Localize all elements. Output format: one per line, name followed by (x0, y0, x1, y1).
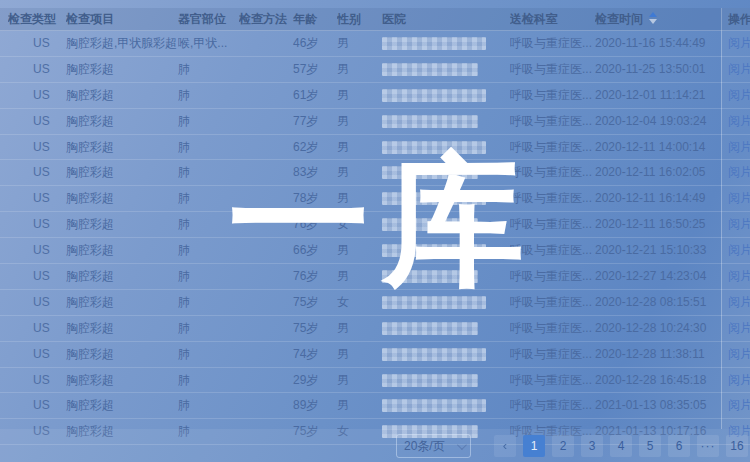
exam-time-cell: 2020-12-11 16:14:49 (595, 186, 721, 211)
exam-type-cell: US (8, 109, 66, 134)
hospital-cell (382, 57, 510, 82)
exam-item-cell: 胸腔彩超 (66, 290, 178, 315)
sort-caret-down-icon[interactable] (649, 19, 657, 24)
table-row: US胸腔彩超肺75岁男呼吸与重症医...2020-12-28 10:24:30阅… (0, 316, 750, 342)
department-cell: 呼吸与重症医... (510, 368, 595, 393)
organ-cell: 肺 (178, 342, 238, 367)
hospital-cell (382, 31, 510, 56)
hospital-redacted-blur (382, 348, 486, 361)
department-cell: 呼吸与重症医... (510, 160, 595, 185)
exam-time-cell: 2020-12-04 19:03:24 (595, 109, 721, 134)
exam-type-cell: US (8, 135, 66, 160)
page-ellipsis[interactable]: ··· (697, 435, 719, 457)
hospital-cell (382, 160, 510, 185)
page-button-6[interactable]: 6 (668, 435, 690, 457)
page-size-select[interactable]: 20条/页 (396, 434, 471, 458)
method-cell (239, 290, 293, 315)
method-cell (239, 316, 293, 341)
organ-cell: 肺 (178, 368, 238, 393)
study-table: 检查类型 检查项目 器官部位 检查方法 年龄 性别 医院 送检科室 检查时间 操… (0, 8, 750, 429)
pagination-pages: 123456···16 (516, 435, 748, 457)
page-button-3[interactable]: 3 (581, 435, 603, 457)
exam-time-cell: 2020-12-28 16:45:18 (595, 368, 721, 393)
age-cell: 75岁 (293, 316, 337, 341)
exam-type-cell: US (8, 393, 66, 418)
gender-cell: 男 (337, 186, 381, 211)
view-image-link[interactable]: 阅片 (728, 347, 750, 361)
view-image-link[interactable]: 阅片 (728, 321, 750, 335)
organ-cell: 肺 (178, 109, 238, 134)
column-header-exam-time[interactable]: 检查时间 (595, 8, 721, 30)
gender-cell: 男 (337, 264, 381, 289)
hospital-redacted-blur (382, 296, 486, 309)
exam-item-cell: 胸腔彩超 (66, 186, 178, 211)
age-cell: 89岁 (293, 393, 337, 418)
age-cell: 76岁 (293, 212, 337, 237)
view-image-link[interactable]: 阅片 (728, 191, 750, 205)
page-button-1[interactable]: 1 (523, 435, 545, 457)
exam-time-cell: 2020-12-27 14:23:04 (595, 264, 721, 289)
exam-type-cell: US (8, 186, 66, 211)
exam-time-cell: 2020-12-21 15:10:33 (595, 238, 721, 263)
view-image-link[interactable]: 阅片 (728, 373, 750, 387)
operation-cell: 阅片 (728, 186, 750, 211)
view-image-link[interactable]: 阅片 (728, 398, 750, 412)
view-image-link[interactable]: 阅片 (728, 243, 750, 257)
gender-cell: 女 (337, 290, 381, 315)
sort-caret-up-icon[interactable] (649, 12, 657, 17)
table-row: US胸腔彩超肺77岁男呼吸与重症医...2020-12-04 19:03:24阅… (0, 109, 750, 135)
hospital-redacted-blur (382, 63, 478, 76)
age-cell: 62岁 (293, 135, 337, 160)
organ-cell: 肺 (178, 135, 238, 160)
prev-page-button[interactable]: ‹ (494, 435, 516, 457)
age-cell: 83岁 (293, 160, 337, 185)
view-image-link[interactable]: 阅片 (728, 36, 750, 50)
exam-time-cell: 2020-12-28 11:38:11 (595, 342, 721, 367)
exam-item-cell: 胸腔彩超 (66, 342, 178, 367)
exam-type-cell: US (8, 160, 66, 185)
page-button-5[interactable]: 5 (639, 435, 661, 457)
organ-cell: 肺 (178, 212, 238, 237)
view-image-link[interactable]: 阅片 (728, 62, 750, 76)
sort-carets[interactable] (647, 11, 657, 25)
exam-type-cell: US (8, 264, 66, 289)
column-header-age: 年龄 (293, 8, 337, 30)
table-row: US胸腔彩超肺66岁男呼吸与重症医...2020-12-21 15:10:33阅… (0, 238, 750, 264)
view-image-link[interactable]: 阅片 (728, 165, 750, 179)
hospital-redacted-blur (382, 37, 486, 50)
exam-type-cell: US (8, 342, 66, 367)
operation-cell: 阅片 (728, 31, 750, 56)
exam-time-cell: 2020-12-11 14:00:14 (595, 135, 721, 160)
gender-cell: 男 (337, 83, 381, 108)
page-size-value: 20条/页 (404, 439, 445, 453)
hospital-redacted-blur (382, 192, 486, 205)
view-image-link[interactable]: 阅片 (728, 269, 750, 283)
exam-type-cell: US (8, 212, 66, 237)
hospital-cell (382, 393, 510, 418)
page-button-16[interactable]: 16 (726, 435, 748, 457)
view-image-link[interactable]: 阅片 (728, 295, 750, 309)
method-cell (239, 109, 293, 134)
view-image-link[interactable]: 阅片 (728, 114, 750, 128)
method-cell (239, 135, 293, 160)
department-cell: 呼吸与重症医... (510, 264, 595, 289)
table-row: US胸腔彩超肺76岁女呼吸与重症医...2020-12-11 16:50:25阅… (0, 212, 750, 238)
department-cell: 呼吸与重症医... (510, 290, 595, 315)
method-cell (239, 264, 293, 289)
view-image-link[interactable]: 阅片 (728, 217, 750, 231)
operation-cell: 阅片 (728, 212, 750, 237)
view-image-link[interactable]: 阅片 (728, 88, 750, 102)
age-cell: 78岁 (293, 186, 337, 211)
exam-time-cell: 2020-12-01 11:14:21 (595, 83, 721, 108)
view-image-link[interactable]: 阅片 (728, 140, 750, 154)
page-button-4[interactable]: 4 (610, 435, 632, 457)
hospital-cell (382, 264, 510, 289)
hospital-redacted-blur (382, 141, 486, 154)
age-cell: 46岁 (293, 31, 337, 56)
exam-item-cell: 胸腔彩超 (66, 160, 178, 185)
table-row: US胸腔彩超肺76岁男呼吸与重症医...2020-12-27 14:23:04阅… (0, 264, 750, 290)
operation-cell: 阅片 (728, 368, 750, 393)
page-button-2[interactable]: 2 (552, 435, 574, 457)
age-cell: 76岁 (293, 264, 337, 289)
column-header-organ: 器官部位 (178, 8, 238, 30)
